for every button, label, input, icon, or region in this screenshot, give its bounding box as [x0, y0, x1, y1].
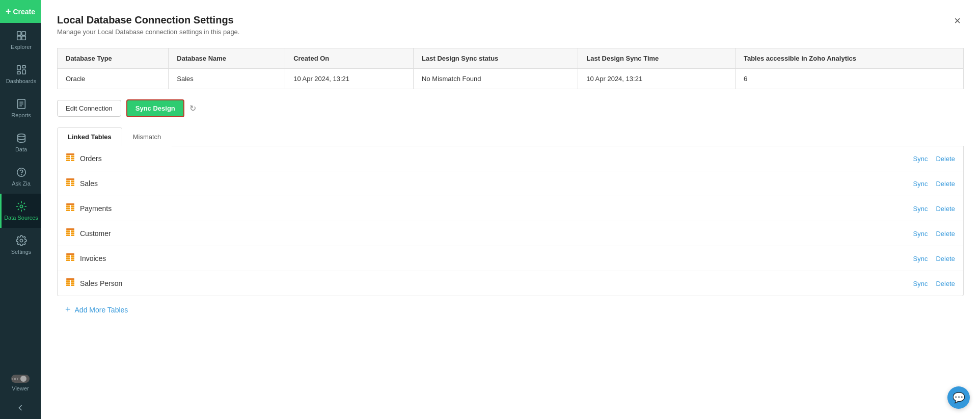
svg-point-12	[17, 134, 25, 137]
svg-rect-57	[66, 284, 70, 286]
table-row: Invoices Sync Delete	[58, 246, 963, 271]
refresh-icon[interactable]: ↻	[189, 103, 196, 113]
svg-rect-18	[66, 155, 70, 157]
sync-sales-link[interactable]: Sync	[913, 180, 928, 188]
sync-customer-link[interactable]: Sync	[913, 230, 928, 238]
action-buttons: Edit Connection Sync Design ↻	[57, 99, 964, 117]
collapse-icon	[15, 403, 25, 413]
viewer-toggle[interactable]: OFF	[11, 375, 30, 383]
create-button[interactable]: + Create	[0, 0, 41, 23]
cell-sync-status: No Mismatch Found	[414, 69, 578, 89]
col-header-db-name: Database Name	[169, 48, 285, 69]
svg-rect-41	[66, 232, 70, 234]
tabs: Linked Tables Mismatch	[57, 127, 964, 146]
grid-table-icon	[66, 228, 75, 237]
delete-invoices-link[interactable]: Delete	[936, 255, 955, 263]
svg-rect-28	[71, 182, 74, 184]
svg-point-16	[20, 239, 23, 242]
reports-label: Reports	[11, 112, 31, 118]
tab-mismatch[interactable]: Mismatch	[122, 127, 172, 146]
cell-tables-count: 6	[735, 69, 963, 89]
sync-payments-link[interactable]: Sync	[913, 205, 928, 213]
col-header-sync-status: Last Design Sync status	[414, 48, 578, 69]
sidebar-item-data-sources[interactable]: Data Sources	[0, 194, 41, 228]
svg-rect-47	[71, 255, 74, 257]
svg-rect-46	[66, 255, 70, 257]
col-header-created-on: Created On	[285, 48, 414, 69]
sync-design-button[interactable]: Sync Design	[126, 99, 184, 117]
add-more-plus-icon: +	[65, 304, 71, 315]
table-actions-sales: Sync Delete	[913, 180, 955, 188]
svg-rect-26	[71, 180, 74, 182]
delete-sales-person-link[interactable]: Delete	[936, 280, 955, 287]
svg-point-14	[21, 174, 21, 175]
table-name-orders: Orders	[80, 154, 908, 163]
settings-icon	[16, 235, 27, 246]
tab-linked-tables[interactable]: Linked Tables	[57, 127, 122, 146]
table-grid-icon	[66, 278, 75, 289]
settings-label: Settings	[11, 249, 32, 255]
sidebar-item-dashboards[interactable]: Dashboards	[0, 57, 41, 91]
toggle-off-label: OFF	[12, 377, 19, 381]
sidebar-item-ask-zia[interactable]: Ask Zia	[0, 160, 41, 194]
sidebar-item-reports[interactable]: Reports	[0, 91, 41, 125]
svg-rect-3	[21, 36, 25, 40]
sidebar: + Create Explorer Dashboards Reports	[0, 0, 41, 419]
table-name-sales: Sales	[80, 179, 908, 188]
edit-connection-button[interactable]: Edit Connection	[57, 100, 121, 117]
reports-icon	[16, 98, 27, 110]
svg-rect-43	[66, 234, 70, 236]
table-actions-invoices: Sync Delete	[913, 255, 955, 263]
svg-rect-23	[71, 160, 74, 161]
svg-rect-20	[66, 158, 70, 159]
table-row: Sales Person Sync Delete	[58, 271, 963, 296]
delete-orders-link[interactable]: Delete	[936, 155, 955, 163]
svg-rect-7	[17, 72, 20, 74]
table-actions-orders: Sync Delete	[913, 155, 955, 163]
delete-customer-link[interactable]: Delete	[936, 230, 955, 238]
table-name-sales-person: Sales Person	[80, 279, 908, 287]
sidebar-bottom: OFF Viewer	[0, 370, 41, 419]
sync-orders-link[interactable]: Sync	[913, 155, 928, 163]
delete-sales-link[interactable]: Delete	[936, 180, 955, 188]
grid-table-icon	[66, 153, 75, 162]
svg-rect-51	[71, 259, 74, 261]
grid-table-icon	[66, 178, 75, 187]
cell-sync-time: 10 Apr 2024, 13:21	[578, 69, 736, 89]
svg-rect-4	[17, 66, 20, 70]
sync-invoices-link[interactable]: Sync	[913, 255, 928, 263]
table-grid-icon	[66, 228, 75, 239]
svg-rect-2	[17, 36, 20, 40]
svg-rect-45	[66, 253, 74, 255]
sidebar-item-explorer[interactable]: Explorer	[0, 23, 41, 57]
panel-title-section: Local Database Connection Settings Manag…	[57, 14, 239, 36]
svg-rect-25	[66, 180, 70, 182]
table-name-customer: Customer	[80, 229, 908, 238]
svg-rect-34	[66, 207, 70, 209]
sidebar-item-settings[interactable]: Settings	[0, 228, 41, 262]
add-more-tables[interactable]: + Add More Tables	[57, 296, 964, 323]
svg-rect-50	[66, 259, 70, 261]
svg-rect-37	[71, 210, 74, 211]
chat-bubble-button[interactable]: 💬	[947, 386, 970, 409]
svg-rect-29	[66, 185, 70, 186]
panel-subtitle: Manage your Local Database connection se…	[57, 28, 239, 36]
main-content: Local Database Connection Settings Manag…	[41, 0, 980, 419]
data-label: Data	[15, 146, 27, 152]
dashboards-label: Dashboards	[6, 78, 36, 84]
svg-rect-5	[22, 66, 25, 68]
svg-rect-44	[71, 234, 74, 236]
sync-sales-person-link[interactable]: Sync	[913, 280, 928, 287]
svg-rect-49	[71, 257, 74, 259]
table-row: Customer Sync Delete	[58, 221, 963, 246]
svg-rect-31	[66, 203, 74, 205]
sidebar-item-data[interactable]: Data	[0, 125, 41, 160]
table-actions-customer: Sync Delete	[913, 230, 955, 238]
close-button[interactable]: ×	[951, 14, 964, 28]
info-table: Database Type Database Name Created On L…	[57, 48, 964, 89]
collapse-button[interactable]	[0, 397, 41, 419]
svg-rect-58	[71, 284, 74, 286]
grid-table-icon	[66, 278, 75, 287]
delete-payments-link[interactable]: Delete	[936, 205, 955, 213]
svg-rect-30	[71, 185, 74, 186]
